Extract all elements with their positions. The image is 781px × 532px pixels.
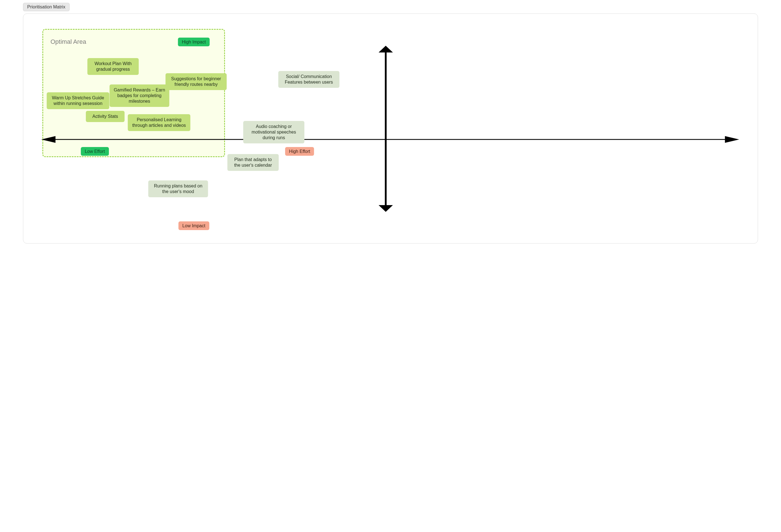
card-gamified-rewards[interactable]: Gamified Rewards – Earnbadges for comple… [110,84,169,107]
optimal-area-label: Optimal Area [50,38,86,45]
axis-label-top: High Impact [178,38,210,46]
diagram-title-chip: Prioritisation Matrix [23,3,70,11]
axis-label-right: High Effort [285,147,314,156]
axis-label-bottom: Low Impact [178,221,209,230]
card-calendar-adapts[interactable]: Plan that adapts tothe user's calendar [228,154,279,171]
card-beginner-routes[interactable]: Suggestions for beginnerfriendly routes … [166,73,227,90]
card-activity-stats[interactable]: Activity Stats [86,111,125,122]
card-personalised-learn[interactable]: Personalised Learningthrough articles an… [128,114,191,131]
card-social-comm[interactable]: Social/ CommunicationFeatures between us… [278,71,339,88]
page: Prioritisation Matrix Optimal Area High … [0,0,781,252]
card-workout-plan[interactable]: Workout Plan Withgradual progress [87,58,139,75]
matrix-frame: Optimal Area High Impact Low Impact Low … [23,13,758,244]
card-mood-plans[interactable]: Running plans based onthe user's mood [149,180,208,197]
card-audio-coaching[interactable]: Audio coaching ormotivational speechesdu… [243,121,304,144]
card-warm-up-stretches[interactable]: Warm Up Stretches Guidewithin running se… [47,92,110,109]
axis-label-left: Low Effort [81,147,109,156]
